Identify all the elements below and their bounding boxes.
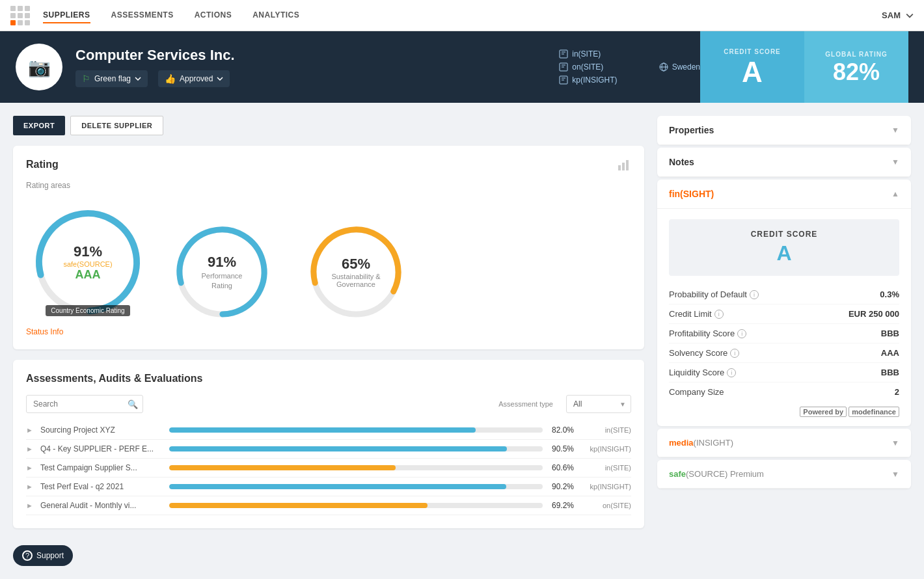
info-icon-1[interactable]: i xyxy=(714,310,724,319)
user-dropdown-icon xyxy=(906,12,914,20)
gauge-sub-3: Sustainability & Governance xyxy=(327,273,385,288)
row-toggle-0[interactable]: ► xyxy=(26,426,35,434)
flag-button[interactable]: ⚐ Green flag xyxy=(75,70,148,87)
fin-row-label-0: Probability of Default i xyxy=(669,290,759,299)
globe-icon xyxy=(659,62,668,72)
link-insite[interactable]: in(SITE) xyxy=(559,49,617,59)
link-onsite[interactable]: on(SITE) xyxy=(559,62,617,72)
search-icon[interactable]: 🔍 xyxy=(128,399,138,409)
gauge-pct-2: 91% xyxy=(208,254,236,270)
gauge-pct-3: 65% xyxy=(342,256,370,272)
safe-prefix: safe xyxy=(669,469,686,479)
properties-section: Properties ▼ xyxy=(657,116,911,145)
info-icon-4[interactable]: i xyxy=(727,368,736,377)
company-name: Computer Services Inc. xyxy=(75,47,538,64)
fin-row-label-1: Credit Limit i xyxy=(669,309,724,319)
location-label: Sweden xyxy=(672,62,700,72)
finsight-caret-icon: ▲ xyxy=(891,189,899,198)
bar-container-2 xyxy=(169,465,543,470)
link-icon-3 xyxy=(559,75,568,85)
fin-row-value-3: AAA xyxy=(881,348,899,358)
safe-suffix: (SOURCE) Premium xyxy=(686,469,764,479)
powered-by: Powered by modefinance xyxy=(669,408,899,416)
fin-row-value-5: 2 xyxy=(895,387,899,397)
notes-caret-icon: ▼ xyxy=(891,157,899,167)
type-select[interactable]: All xyxy=(566,395,631,413)
gauge-tooltip-1: Country Economic Rating xyxy=(26,305,150,315)
chart-icon[interactable] xyxy=(618,159,631,170)
status-info[interactable]: Status Info xyxy=(26,327,631,336)
row-toggle-1[interactable]: ► xyxy=(26,445,35,453)
company-info: Computer Services Inc. ⚐ Green flag 👍 Ap… xyxy=(75,47,538,87)
svg-rect-7 xyxy=(626,160,629,170)
bar-container-1 xyxy=(169,446,543,451)
media-header[interactable]: media(INSIGHT) ▼ xyxy=(657,429,911,457)
user-menu[interactable]: SAM xyxy=(882,10,914,20)
link-kpinsight[interactable]: kp(INSIGHT) xyxy=(559,75,617,85)
status-info-label[interactable]: Status Info xyxy=(26,327,63,336)
approval-button[interactable]: 👍 Approved xyxy=(158,70,230,87)
finsight-header[interactable]: fin(SIGHT) ▲ xyxy=(657,180,911,209)
info-icon-0[interactable]: i xyxy=(750,290,759,299)
nav-assessments[interactable]: ASSESSMENTS xyxy=(111,8,174,23)
bar-track-0 xyxy=(169,427,543,433)
bar-fill-2 xyxy=(169,465,396,470)
flag-label: Green flag xyxy=(94,74,131,83)
bar-tag-1: kp(INSIGHT) xyxy=(579,445,631,453)
search-input[interactable] xyxy=(26,395,143,413)
row-toggle-2[interactable]: ► xyxy=(26,464,35,472)
support-button[interactable]: ? Support xyxy=(13,545,73,552)
info-icon-2[interactable]: i xyxy=(737,329,746,338)
bar-pct-0: 82.0% xyxy=(548,425,574,435)
fin-row-3: Solvency Score i AAA xyxy=(669,343,899,363)
bar-pct-2: 60.6% xyxy=(548,463,574,472)
notes-header[interactable]: Notes ▼ xyxy=(657,148,911,177)
row-toggle-3[interactable]: ► xyxy=(26,483,35,491)
gauge-pct-1: 91% xyxy=(74,243,102,260)
assessment-name-0: Sourcing Project XYZ xyxy=(40,425,164,435)
fin-row-5: Company Size 2 xyxy=(669,383,899,401)
row-toggle-4[interactable]: ► xyxy=(26,502,35,509)
fin-row-label-4: Liquidity Score i xyxy=(669,368,736,377)
company-badges: ⚐ Green flag 👍 Approved xyxy=(75,70,538,87)
fin-row-value-4: BBB xyxy=(881,368,899,377)
export-button[interactable]: EXPORT xyxy=(13,116,65,135)
finsight-body: CREDIT SCORE A Probability of Default i … xyxy=(657,209,911,426)
finsight-label: fin(SIGHT) xyxy=(669,189,714,199)
notes-title: Notes xyxy=(669,157,694,167)
fin-suffix: (SIGHT) xyxy=(680,189,714,199)
properties-header[interactable]: Properties ▼ xyxy=(657,116,911,145)
nav-suppliers[interactable]: SUPPLIERS xyxy=(43,8,90,23)
fin-row-value-2: BBB xyxy=(881,329,899,338)
bar-fill-1 xyxy=(169,446,507,451)
link-icon-2 xyxy=(559,62,568,72)
credit-score-label: CREDIT SCORE xyxy=(724,48,781,55)
assessments-title: Assessments, Audits & Evaluations xyxy=(26,373,631,384)
filter-type-label: Assessment type xyxy=(151,400,553,408)
gauge-center-3: 65% Sustainability & Governance xyxy=(327,256,385,289)
bar-tag-2: in(SITE) xyxy=(579,464,631,472)
table-row: ► Q4 - Key SUPPLIER - PERF E... 90.5% kp… xyxy=(26,440,631,459)
gauge-sustainability: 65% Sustainability & Governance xyxy=(294,220,418,324)
bar-container-3 xyxy=(169,484,543,489)
info-icon-3[interactable]: i xyxy=(730,349,739,358)
safe-header[interactable]: safe(SOURCE) Premium ▼ xyxy=(657,460,911,489)
table-row: ► General Audit - Monthly vi... 69.2% on… xyxy=(26,496,631,515)
nav-analytics[interactable]: ANALYTICS xyxy=(252,8,299,23)
fin-row-0: Probability of Default i 0.3% xyxy=(669,285,899,304)
assessment-name-2: Test Campaign Supplier S... xyxy=(40,463,164,472)
delete-button[interactable]: DELETE SUPPLIER xyxy=(70,116,163,135)
location-badge: Sweden xyxy=(659,62,700,72)
score-boxes: CREDIT SCORE A GLOBAL RATING 82% xyxy=(700,31,908,103)
bar-track-2 xyxy=(169,465,543,470)
media-section: media(INSIGHT) ▼ xyxy=(657,429,911,457)
powered-label: Powered by xyxy=(800,407,847,417)
gauge-safesource: 91% safe(SOURCE) AAA Country Economic Ra… xyxy=(26,200,150,324)
bar-tag-3: kp(INSIGHT) xyxy=(579,483,631,491)
approval-label: Approved xyxy=(180,74,213,83)
finsight-section: fin(SIGHT) ▲ CREDIT SCORE A Probability … xyxy=(657,180,911,426)
nav-items: SUPPLIERS ASSESSMENTS ACTIONS ANALYTICS xyxy=(43,8,882,23)
nav-actions[interactable]: ACTIONS xyxy=(195,8,232,23)
global-rating-box: GLOBAL RATING 82% xyxy=(804,31,908,103)
assessment-filters: 🔍 Assessment type All ▼ xyxy=(26,395,631,413)
